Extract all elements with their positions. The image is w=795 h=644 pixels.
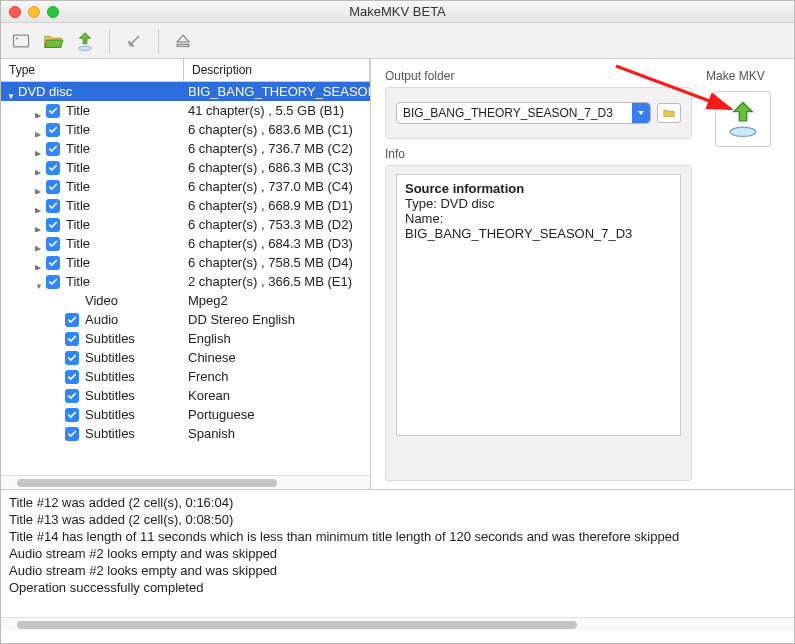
title-checkbox[interactable]: [46, 142, 60, 156]
close-window-button[interactable]: [9, 6, 21, 18]
track-desc: Portuguese: [184, 407, 370, 422]
info-box: Source information Type: DVD disc Name: …: [385, 165, 692, 481]
track-row[interactable]: AudioDD Stereo English: [1, 310, 370, 329]
track-row[interactable]: SubtitlesSpanish: [1, 424, 370, 443]
title-checkbox[interactable]: [46, 180, 60, 194]
disclosure-triangle-icon[interactable]: [35, 182, 44, 191]
track-desc: Spanish: [184, 426, 370, 441]
disclosure-triangle-icon[interactable]: [35, 258, 44, 267]
makemkv-label: Make MKV: [706, 69, 765, 83]
svg-point-4: [730, 127, 756, 136]
title-checkbox[interactable]: [46, 123, 60, 137]
title-checkbox[interactable]: [46, 161, 60, 175]
title-desc: 6 chapter(s) , 684.3 MB (D3): [184, 236, 370, 251]
disclosure-triangle-icon[interactable]: [35, 163, 44, 172]
title-row[interactable]: Title6 chapter(s) , 686.3 MB (C3): [1, 158, 370, 177]
track-checkbox[interactable]: [65, 389, 79, 403]
browse-folder-button[interactable]: [657, 103, 681, 123]
title-row[interactable]: Title6 chapter(s) , 758.5 MB (D4): [1, 253, 370, 272]
title-desc: 2 chapter(s) , 366.5 MB (E1): [184, 274, 370, 289]
svg-rect-0: [14, 35, 29, 47]
title-type: Title: [66, 255, 90, 270]
save-to-disc-icon[interactable]: [73, 29, 97, 53]
title-checkbox[interactable]: [46, 199, 60, 213]
log-hscroll[interactable]: [1, 617, 794, 631]
title-desc: 6 chapter(s) , 758.5 MB (D4): [184, 255, 370, 270]
title-checkbox[interactable]: [46, 237, 60, 251]
tree-root[interactable]: DVD discBIG_BANG_THEORY_SEASON_: [1, 82, 370, 101]
zoom-window-button[interactable]: [47, 6, 59, 18]
minimize-window-button[interactable]: [28, 6, 40, 18]
output-folder-combo[interactable]: BIG_BANG_THEORY_SEASON_7_D3: [396, 102, 651, 124]
disclosure-triangle-icon[interactable]: [7, 87, 16, 96]
track-row[interactable]: SubtitlesEnglish: [1, 329, 370, 348]
track-row[interactable]: SubtitlesKorean: [1, 386, 370, 405]
track-row[interactable]: SubtitlesFrench: [1, 367, 370, 386]
title-desc: 6 chapter(s) , 753.3 MB (D2): [184, 217, 370, 232]
title-desc: 6 chapter(s) , 686.3 MB (C3): [184, 160, 370, 175]
track-row[interactable]: SubtitlesChinese: [1, 348, 370, 367]
chevron-down-icon[interactable]: [632, 103, 650, 123]
title-checkbox[interactable]: [46, 256, 60, 270]
disclosure-triangle-icon[interactable]: [35, 201, 44, 210]
open-folder-icon[interactable]: [41, 29, 65, 53]
disclosure-triangle-icon[interactable]: [35, 125, 44, 134]
track-type: Subtitles: [85, 350, 135, 365]
title-row[interactable]: Title41 chapter(s) , 5.5 GB (B1): [1, 101, 370, 120]
track-desc: French: [184, 369, 370, 384]
title-desc: 6 chapter(s) , 683.6 MB (C1): [184, 122, 370, 137]
title-type: Title: [66, 179, 90, 194]
open-file-icon[interactable]: [9, 29, 33, 53]
disclosure-triangle-icon[interactable]: [35, 239, 44, 248]
track-checkbox[interactable]: [65, 370, 79, 384]
info-heading: Source information: [405, 181, 672, 196]
track-row[interactable]: VideoMpeg2: [1, 291, 370, 310]
output-folder-label: Output folder: [385, 69, 692, 83]
disclosure-triangle-icon[interactable]: [35, 144, 44, 153]
title-row[interactable]: Title6 chapter(s) , 753.3 MB (D2): [1, 215, 370, 234]
disclosure-triangle-icon[interactable]: [35, 220, 44, 229]
title-desc: 6 chapter(s) , 737.0 MB (C4): [184, 179, 370, 194]
track-checkbox[interactable]: [65, 313, 79, 327]
title-row[interactable]: Title6 chapter(s) , 737.0 MB (C4): [1, 177, 370, 196]
header-type[interactable]: Type: [1, 59, 184, 81]
title-row[interactable]: Title6 chapter(s) , 668.9 MB (D1): [1, 196, 370, 215]
title-type: Title: [66, 198, 90, 213]
title-tree[interactable]: DVD discBIG_BANG_THEORY_SEASON_Title41 c…: [1, 82, 370, 475]
log-panel[interactable]: Title #12 was added (2 cell(s), 0:16:04)…: [1, 489, 794, 617]
eject-icon[interactable]: [171, 29, 195, 53]
title-row[interactable]: Title6 chapter(s) , 736.7 MB (C2): [1, 139, 370, 158]
log-line: Title #13 was added (2 cell(s), 0:08:50): [9, 511, 786, 528]
log-line: Operation successfully completed: [9, 579, 786, 596]
info-type: Type: DVD disc: [405, 196, 672, 211]
title-checkbox[interactable]: [46, 275, 60, 289]
make-mkv-button[interactable]: [715, 91, 771, 147]
track-row[interactable]: SubtitlesPortuguese: [1, 405, 370, 424]
track-type: Video: [85, 293, 118, 308]
root-desc: BIG_BANG_THEORY_SEASON_: [184, 84, 370, 99]
header-description[interactable]: Description: [184, 59, 370, 81]
tree-hscroll[interactable]: [1, 475, 370, 489]
output-folder-box: BIG_BANG_THEORY_SEASON_7_D3: [385, 87, 692, 139]
root-type: DVD disc: [18, 84, 72, 99]
disclosure-triangle-icon[interactable]: [35, 277, 44, 286]
title-row[interactable]: Title2 chapter(s) , 366.5 MB (E1): [1, 272, 370, 291]
log-line: Audio stream #2 looks empty and was skip…: [9, 562, 786, 579]
title-checkbox[interactable]: [46, 218, 60, 232]
title-type: Title: [66, 141, 90, 156]
track-type: Subtitles: [85, 369, 135, 384]
title-row[interactable]: Title6 chapter(s) , 684.3 MB (D3): [1, 234, 370, 253]
title-row[interactable]: Title6 chapter(s) , 683.6 MB (C1): [1, 120, 370, 139]
track-checkbox[interactable]: [65, 332, 79, 346]
settings-icon[interactable]: [122, 29, 146, 53]
track-checkbox[interactable]: [65, 427, 79, 441]
svg-rect-3: [177, 44, 189, 46]
track-desc: Mpeg2: [184, 293, 370, 308]
track-type: Subtitles: [85, 407, 135, 422]
disclosure-triangle-icon[interactable]: [35, 106, 44, 115]
log-line: Audio stream #2 looks empty and was skip…: [9, 545, 786, 562]
track-checkbox[interactable]: [65, 351, 79, 365]
title-checkbox[interactable]: [46, 104, 60, 118]
track-checkbox[interactable]: [65, 408, 79, 422]
titlebar: MakeMKV BETA: [1, 1, 794, 23]
